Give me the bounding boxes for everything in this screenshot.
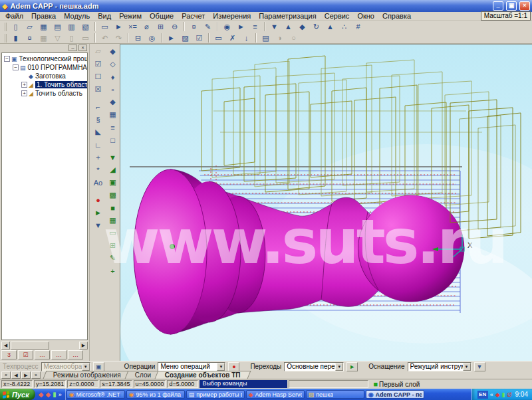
- restore-button[interactable]: ▣: [506, 1, 517, 11]
- tab-3[interactable]: Создание объектов ТП: [155, 371, 251, 379]
- save-button[interactable]: ▦: [37, 21, 51, 32]
- tab-1[interactable]: Режимы отображения: [43, 371, 132, 379]
- print-button[interactable]: ▤: [51, 21, 65, 32]
- tree-item-4[interactable]: +◢1. Точить область: [2, 80, 87, 89]
- close-button[interactable]: ×: [519, 1, 530, 11]
- tray-red-icon[interactable]: ◆: [495, 391, 500, 398]
- folder-stamp-button[interactable]: ▨: [178, 33, 192, 43]
- machine-table-button[interactable]: ▦: [106, 108, 120, 121]
- copy-doc-button[interactable]: ▥: [65, 21, 78, 32]
- tree-expand-icon[interactable]: +: [21, 82, 27, 88]
- pencil-axis-button[interactable]: ✎: [106, 252, 120, 264]
- area-new-button[interactable]: ☐: [92, 70, 105, 83]
- language-indicator[interactable]: EN: [477, 391, 488, 399]
- solid-check-button[interactable]: ◉: [220, 21, 234, 32]
- tool-save-button[interactable]: ▼: [106, 151, 120, 163]
- tree-collapse-icon[interactable]: −: [13, 64, 19, 70]
- calculator-button[interactable]: ⊞: [154, 21, 168, 32]
- cube-rotate-button[interactable]: ↻: [309, 21, 323, 32]
- sheet-a0-button[interactable]: Ao: [92, 176, 105, 189]
- region-cam-button[interactable]: ▭: [211, 33, 225, 43]
- tree-item-1[interactable]: −▣Технологический процесс: [2, 54, 87, 63]
- cube-button[interactable]: ◆: [295, 21, 309, 32]
- chevron-down-icon[interactable]: ▼: [463, 363, 471, 371]
- area-del-button[interactable]: ☒: [92, 83, 105, 96]
- region-del-button[interactable]: ✗: [225, 33, 239, 43]
- operations-run-button[interactable]: ●: [228, 362, 239, 371]
- scroll-left-icon[interactable]: ◀: [1, 342, 10, 350]
- corner-tool-button[interactable]: ⌐: [92, 100, 105, 113]
- new-button[interactable]: ▯: [9, 21, 23, 32]
- hand-pick-button[interactable]: ►: [112, 21, 126, 32]
- toolbar-grip[interactable]: [5, 34, 7, 43]
- spring-tool-button[interactable]: §: [92, 113, 105, 126]
- menu-item-8[interactable]: Измерения: [209, 12, 255, 20]
- menu-item-4[interactable]: Вид: [94, 12, 115, 20]
- menu-item-5[interactable]: Режим: [115, 12, 146, 20]
- point-set-button[interactable]: ∴: [337, 21, 351, 32]
- dots-b-button[interactable]: …: [51, 350, 66, 359]
- start-button[interactable]: Пуск: [0, 389, 35, 400]
- list-button[interactable]: ≡: [248, 21, 262, 32]
- open-button[interactable]: ▱: [23, 21, 37, 32]
- cone-pick-button[interactable]: ▲: [323, 21, 337, 32]
- doc-zoom-button[interactable]: ◎: [145, 33, 159, 43]
- taskbar-task-3[interactable]: ▤пример работы в ADEM...: [186, 390, 245, 399]
- tree-item-5[interactable]: +◢Точить область: [2, 89, 87, 98]
- face-b-button[interactable]: ▩: [106, 189, 120, 201]
- hide-entity-button[interactable]: ⊖: [168, 21, 182, 32]
- plane-quad-button[interactable]: ▭: [106, 227, 120, 239]
- cube-solid-button[interactable]: ◆: [106, 96, 120, 108]
- spark-tool-button[interactable]: *: [92, 163, 105, 176]
- key-button[interactable]: ¤: [23, 33, 37, 43]
- dots-a-button[interactable]: …: [35, 350, 50, 359]
- pin-d-button[interactable]: ▫: [106, 83, 120, 96]
- wire-cube-button[interactable]: ▦: [106, 214, 120, 227]
- tab-nav-3-button[interactable]: ▶: [21, 371, 31, 379]
- menu-item-10[interactable]: Сервис: [321, 12, 354, 20]
- tab-nav-1-button[interactable]: «: [1, 371, 11, 379]
- tab-nav-4-button[interactable]: »: [31, 371, 41, 379]
- save-export-button[interactable]: ▼: [267, 21, 281, 32]
- taskbar-task-2[interactable]: ◉95% из 1 файла — Загр...: [126, 390, 185, 399]
- tool-brush-button[interactable]: ◢: [106, 163, 120, 176]
- taskbar-task-1[interactable]: ◉Microsoft® .NET Frame...: [66, 390, 125, 399]
- overflow-chevron-icon[interactable]: »: [59, 391, 62, 398]
- menu-item-6[interactable]: Общие: [146, 12, 178, 20]
- viewport-3d[interactable]: X: [120, 44, 532, 361]
- face-a-button[interactable]: ▣: [106, 176, 120, 189]
- filter-doc-button[interactable]: ▽: [51, 33, 65, 43]
- pin-b-button[interactable]: ◇: [106, 58, 120, 70]
- tree-copy-button[interactable]: ⊟: [131, 33, 145, 43]
- panel-collapse-button[interactable]: –: [68, 45, 77, 51]
- list-run-button[interactable]: ►: [164, 33, 178, 43]
- ql-cube-b-icon[interactable]: ◆: [45, 391, 51, 398]
- toolbar-grip[interactable]: [5, 23, 7, 31]
- snap-point-marker[interactable]: [170, 245, 175, 249]
- menu-item-2[interactable]: Правка: [27, 12, 60, 20]
- taskbar-task-4[interactable]: ◆Adem Hasp Server (lab2...: [246, 390, 305, 399]
- undo-button[interactable]: ↶: [98, 33, 112, 43]
- taskbar-task-6[interactable]: ◉Adem CAPP - пешка.а...: [366, 390, 424, 399]
- redo-button[interactable]: ↷: [112, 33, 126, 43]
- menu-item-3[interactable]: Модуль: [60, 12, 94, 20]
- sheet-stack-button[interactable]: ≡: [106, 121, 120, 134]
- transitions-combobox[interactable]: Основные переходы ▼: [284, 362, 344, 371]
- page-3-button[interactable]: 3: [1, 350, 17, 359]
- import-hand-button[interactable]: ↓: [239, 33, 253, 43]
- folder-lock-button[interactable]: ▱: [92, 45, 105, 58]
- user-key-button[interactable]: ¤: [187, 21, 201, 32]
- doc-plain-button[interactable]: ▤: [259, 33, 273, 43]
- grid-plane-button[interactable]: ⊞: [106, 239, 120, 252]
- palette-button[interactable]: ◑: [273, 33, 287, 43]
- variables-button[interactable]: ×=: [126, 21, 140, 32]
- tree-expand-icon[interactable]: +: [21, 90, 27, 96]
- tooling-filter-button[interactable]: ▼: [474, 362, 485, 371]
- menu-item-12[interactable]: Справка: [378, 12, 415, 20]
- doc-a-button[interactable]: ▯: [65, 33, 78, 43]
- pointer-button[interactable]: ►: [234, 21, 248, 32]
- box-wire-button[interactable]: □: [106, 134, 120, 146]
- tray-expand-icon[interactable]: «: [490, 391, 493, 398]
- clock-button[interactable]: ○: [287, 33, 301, 43]
- red-ball-button[interactable]: ●: [92, 193, 105, 206]
